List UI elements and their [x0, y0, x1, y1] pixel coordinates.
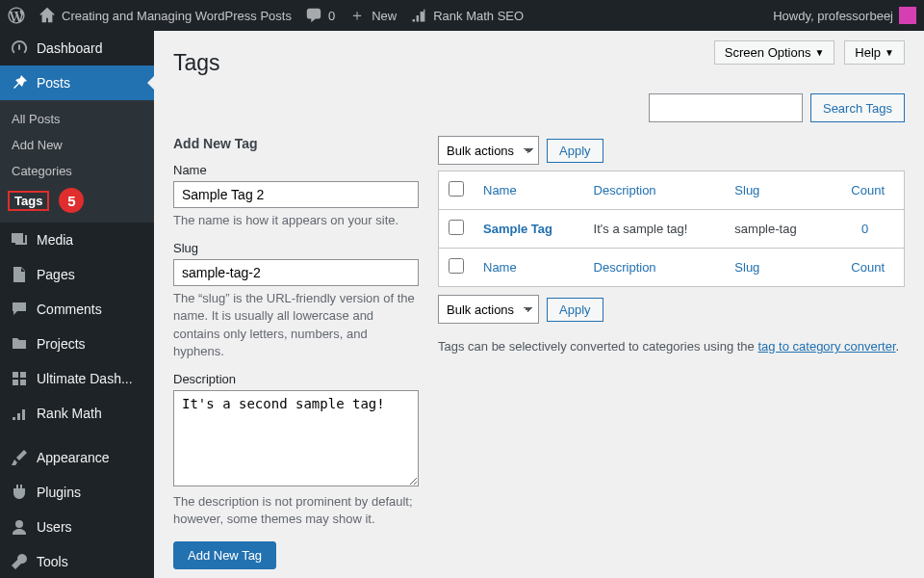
comments-link[interactable]: 0: [305, 7, 335, 24]
search-tags-button[interactable]: Search Tags: [810, 93, 905, 122]
posts-submenu: All Posts Add New Categories Tags 5: [0, 100, 154, 223]
col-name[interactable]: Name: [483, 183, 517, 197]
name-help: The name is how it appears on your site.: [173, 212, 419, 229]
tag-slug: sample-tag: [725, 210, 826, 249]
sidebar-item-label: Posts: [37, 75, 70, 91]
sidebar-item-label: Appearance: [37, 450, 110, 465]
sidebar-item-dashboard[interactable]: Dashboard: [0, 31, 154, 66]
col-count[interactable]: Count: [851, 183, 885, 197]
caret-down-icon: ▼: [885, 47, 894, 58]
rankmath-link[interactable]: Rank Math SEO: [410, 7, 524, 24]
sidebar-item-label: Users: [37, 519, 72, 535]
bulk-actions-select-top[interactable]: Bulk actions: [438, 136, 539, 165]
apply-button-top[interactable]: Apply: [547, 139, 603, 163]
brush-icon: [10, 448, 29, 467]
sidebar-item-label: Media: [37, 232, 73, 248]
sidebar-item-categories[interactable]: Categories: [0, 158, 154, 184]
add-new-tag-form: Add New Tag Name The name is how it appe…: [173, 136, 419, 569]
search-input[interactable]: [649, 93, 803, 122]
sidebar-item-comments[interactable]: Comments: [0, 292, 154, 327]
sidebar-item-pages[interactable]: Pages: [0, 257, 154, 292]
col-description[interactable]: Description: [594, 260, 656, 275]
sidebar-item-label: Pages: [37, 267, 75, 282]
tags-table: Name Description Slug Count Sample Tag I…: [438, 171, 905, 287]
plugin-icon: [10, 483, 29, 502]
wordpress-icon: [8, 7, 25, 24]
description-input[interactable]: It's a second sample tag!: [173, 390, 419, 486]
sidebar-item-ultimate-dash[interactable]: Ultimate Dash...: [0, 361, 154, 396]
slug-help: The “slug” is the URL-friendly version o…: [173, 290, 419, 360]
add-new-tag-button[interactable]: Add New Tag: [173, 541, 276, 569]
howdy-link[interactable]: Howdy, professorbeej: [773, 7, 916, 24]
bulk-actions-select-bottom[interactable]: Bulk actions: [438, 295, 539, 324]
sidebar-item-label: Tools: [37, 554, 68, 569]
sidebar-item-media[interactable]: Media: [0, 223, 154, 257]
howdy-text: Howdy, professorbeej: [773, 9, 893, 23]
comment-icon: [305, 7, 322, 24]
comment-icon: [10, 300, 29, 319]
sidebar-item-tools[interactable]: Tools: [0, 544, 154, 578]
sidebar-item-label: Dashboard: [37, 40, 103, 56]
sidebar-item-add-new[interactable]: Add New: [0, 132, 154, 158]
tag-name-link[interactable]: Sample Tag: [483, 222, 552, 236]
page-icon: [10, 265, 29, 284]
name-label: Name: [173, 163, 419, 177]
slug-input[interactable]: [173, 259, 419, 286]
rankmath-label: Rank Math SEO: [433, 9, 524, 23]
apply-button-bottom[interactable]: Apply: [547, 298, 603, 322]
tag-description: It's a sample tag!: [584, 210, 726, 249]
screen-options-button[interactable]: Screen Options▼: [714, 40, 835, 65]
admin-bar: Creating and Managing WordPress Posts 0 …: [0, 0, 924, 31]
avatar: [899, 7, 916, 24]
sidebar-item-plugins[interactable]: Plugins: [0, 475, 154, 510]
grid-icon: [10, 369, 29, 388]
tag-count[interactable]: 0: [861, 222, 868, 236]
sidebar-item-label: Projects: [37, 336, 86, 352]
slug-label: Slug: [173, 241, 419, 255]
col-description[interactable]: Description: [594, 183, 656, 197]
projects-icon: [10, 334, 29, 354]
description-help: The description is not prominent by defa…: [173, 493, 419, 528]
sidebar-item-label: Plugins: [37, 485, 81, 500]
table-row: Sample Tag It's a sample tag! sample-tag…: [439, 210, 905, 249]
form-heading: Add New Tag: [173, 136, 419, 151]
pin-icon: [10, 73, 29, 92]
select-all-bottom[interactable]: [449, 258, 464, 274]
new-link[interactable]: ＋ New: [348, 7, 397, 24]
content: Screen Options▼ Help▼ Tags Search Tags A…: [154, 31, 924, 578]
wp-logo[interactable]: [8, 7, 25, 24]
sidebar-item-label: Ultimate Dash...: [37, 371, 133, 386]
col-slug[interactable]: Slug: [734, 183, 759, 197]
select-all-top[interactable]: [449, 181, 464, 197]
description-label: Description: [173, 372, 419, 386]
comments-count: 0: [328, 9, 335, 23]
sidebar-item-label: Rank Math: [37, 406, 102, 421]
col-count[interactable]: Count: [851, 260, 885, 275]
wrench-icon: [10, 552, 29, 571]
help-button[interactable]: Help▼: [844, 40, 905, 65]
name-input[interactable]: [173, 181, 419, 208]
sidebar-item-tags[interactable]: Tags: [8, 191, 49, 211]
dashboard-icon: [10, 39, 29, 58]
row-checkbox[interactable]: [449, 220, 464, 235]
chart-bar-icon: [410, 7, 427, 24]
sidebar-item-rankmath[interactable]: Rank Math: [0, 396, 154, 431]
media-icon: [10, 230, 29, 250]
home-icon: [38, 7, 56, 24]
sidebar-item-label: Comments: [37, 302, 102, 317]
col-slug[interactable]: Slug: [734, 260, 759, 275]
sidebar-item-all-posts[interactable]: All Posts: [0, 106, 154, 132]
caret-down-icon: ▼: [814, 47, 824, 58]
chart-icon: [10, 404, 29, 423]
site-title: Creating and Managing WordPress Posts: [62, 9, 292, 23]
user-icon: [10, 517, 29, 537]
col-name[interactable]: Name: [483, 260, 517, 275]
sidebar-item-appearance[interactable]: Appearance: [0, 440, 154, 475]
sidebar-item-users[interactable]: Users: [0, 510, 154, 544]
tag-to-category-link[interactable]: tag to category converter: [757, 339, 895, 354]
converter-note: Tags can be selectively converted to cat…: [438, 339, 905, 354]
site-name-link[interactable]: Creating and Managing WordPress Posts: [38, 7, 292, 24]
sidebar-item-projects[interactable]: Projects: [0, 327, 154, 361]
new-label: New: [372, 9, 397, 23]
sidebar-item-posts[interactable]: Posts: [0, 66, 154, 100]
